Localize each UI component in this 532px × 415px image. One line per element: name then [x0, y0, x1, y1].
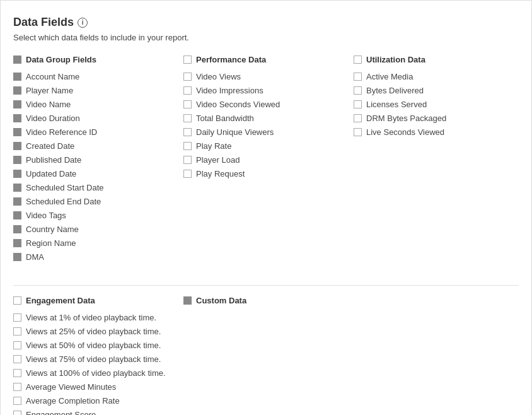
list-item[interactable]: Published Date [13, 155, 177, 165]
list-item[interactable]: Average Completion Rate [13, 396, 177, 406]
list-item[interactable]: Live Seconds Viewed [354, 127, 518, 137]
field-checkbox[interactable] [13, 341, 21, 349]
list-item[interactable]: Total Bandwidth [183, 114, 347, 123]
list-item[interactable]: Play Rate [183, 141, 347, 151]
custom-header[interactable]: Custom Data [183, 296, 347, 305]
list-item[interactable]: Updated Date [13, 169, 177, 178]
field-checkbox[interactable] [13, 369, 21, 377]
field-checkbox[interactable] [13, 239, 21, 247]
list-item[interactable]: Region Name [13, 238, 177, 248]
field-checkbox[interactable] [183, 114, 192, 122]
performance-header[interactable]: Performance Data [183, 55, 347, 64]
field-checkbox[interactable] [13, 114, 21, 122]
list-item[interactable]: Scheduled Start Date [13, 183, 177, 192]
field-checkbox[interactable] [13, 327, 21, 336]
list-item[interactable]: Created Date [13, 141, 177, 151]
field-label: Scheduled End Date [26, 197, 101, 206]
field-label: Video Duration [26, 114, 80, 123]
field-checkbox[interactable] [354, 86, 362, 95]
list-item[interactable]: DMA [13, 252, 177, 262]
field-checkbox[interactable] [13, 211, 21, 219]
list-item[interactable]: Video Duration [13, 114, 177, 123]
performance-checkbox[interactable] [183, 56, 192, 64]
list-item[interactable]: Video Reference ID [13, 127, 177, 137]
field-label: Video Name [26, 100, 71, 109]
field-checkbox[interactable] [13, 170, 21, 178]
field-checkbox[interactable] [13, 184, 21, 192]
list-item[interactable]: Views at 100% of video playback time. [13, 368, 177, 378]
list-item[interactable]: Scheduled End Date [13, 197, 177, 206]
field-label: Player Load [196, 155, 240, 165]
performance-label: Performance Data [196, 55, 266, 64]
utilization-header[interactable]: Utilization Data [354, 55, 518, 64]
list-item[interactable]: Bytes Delivered [354, 86, 518, 95]
field-checkbox[interactable] [354, 100, 362, 108]
field-checkbox[interactable] [13, 225, 21, 233]
field-label: Video Views [196, 72, 241, 81]
field-label: Daily Unique Viewers [196, 127, 274, 137]
field-checkbox[interactable] [183, 156, 192, 164]
field-checkbox[interactable] [183, 73, 192, 81]
field-checkbox[interactable] [13, 156, 21, 164]
field-checkbox[interactable] [13, 383, 21, 391]
field-label: Live Seconds Viewed [366, 127, 444, 137]
field-checkbox[interactable] [183, 86, 192, 95]
field-checkbox[interactable] [13, 411, 21, 415]
field-checkbox[interactable] [183, 142, 192, 150]
list-item[interactable]: Daily Unique Viewers [183, 127, 347, 137]
info-icon[interactable]: i [78, 18, 88, 28]
list-item[interactable]: DRM Bytes Packaged [354, 114, 518, 123]
list-item[interactable]: Video Tags [13, 211, 177, 220]
engagement-checkbox[interactable] [13, 296, 21, 305]
field-checkbox[interactable] [13, 313, 21, 322]
list-item[interactable]: Active Media [354, 72, 518, 81]
data-group-checkbox[interactable] [13, 56, 21, 64]
list-item[interactable]: Views at 50% of video playback time. [13, 341, 177, 350]
data-group-header[interactable]: Data Group Fields [13, 55, 177, 64]
list-item[interactable]: Engagement Score [13, 410, 177, 415]
engagement-header[interactable]: Engagement Data [13, 296, 177, 305]
engagement-fields-list: Views at 1% of video playback time.Views… [13, 313, 177, 415]
custom-checkbox[interactable] [183, 296, 192, 305]
field-label: Licenses Served [366, 100, 427, 109]
list-item[interactable]: Country Name [13, 225, 177, 234]
list-item[interactable]: Views at 25% of video playback time. [13, 327, 177, 336]
list-item[interactable]: Video Views [183, 72, 347, 81]
field-checkbox[interactable] [354, 114, 362, 122]
list-item[interactable]: Video Seconds Viewed [183, 100, 347, 109]
list-item[interactable]: Video Name [13, 100, 177, 109]
list-item[interactable]: Views at 75% of video playback time. [13, 354, 177, 364]
field-checkbox[interactable] [13, 142, 21, 150]
field-label: Play Request [196, 169, 245, 178]
field-checkbox[interactable] [183, 100, 192, 108]
field-label: Engagement Score [26, 410, 96, 415]
list-item[interactable]: Player Name [13, 86, 177, 95]
field-checkbox[interactable] [13, 253, 21, 261]
field-checkbox[interactable] [13, 128, 21, 136]
field-label: Views at 50% of video playback time. [26, 341, 161, 350]
utilization-checkbox[interactable] [354, 56, 362, 64]
field-label: Average Viewed Minutes [26, 382, 116, 392]
data-group-label: Data Group Fields [26, 55, 96, 64]
list-item[interactable]: Player Load [183, 155, 347, 165]
field-checkbox[interactable] [354, 73, 362, 81]
list-item[interactable]: Views at 1% of video playback time. [13, 313, 177, 322]
list-item[interactable]: Video Impressions [183, 86, 347, 95]
field-checkbox[interactable] [13, 197, 21, 206]
field-checkbox[interactable] [13, 100, 21, 108]
engagement-section: Engagement Data Views at 1% of video pla… [13, 296, 183, 415]
list-item[interactable]: Account Name [13, 72, 177, 81]
field-label: Account Name [26, 72, 79, 81]
field-checkbox[interactable] [183, 128, 192, 136]
field-checkbox[interactable] [13, 355, 21, 363]
field-checkbox[interactable] [354, 128, 362, 136]
field-checkbox[interactable] [13, 397, 21, 405]
list-item[interactable]: Licenses Served [354, 100, 518, 109]
field-checkbox[interactable] [13, 73, 21, 81]
list-item[interactable]: Play Request [183, 169, 347, 178]
custom-label: Custom Data [196, 296, 246, 305]
performance-section: Performance Data Video ViewsVideo Impres… [183, 55, 354, 266]
field-checkbox[interactable] [183, 170, 192, 178]
list-item[interactable]: Average Viewed Minutes [13, 382, 177, 392]
field-checkbox[interactable] [13, 86, 21, 95]
